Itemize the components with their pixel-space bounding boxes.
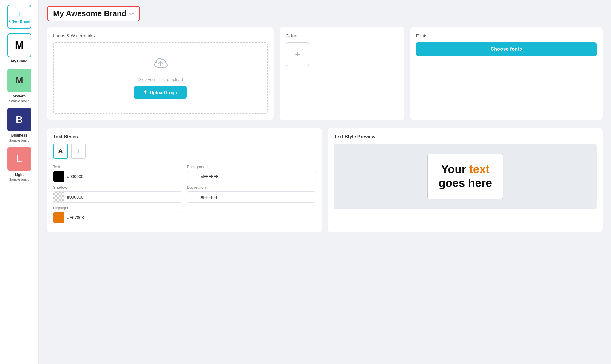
- text-color-label: Text: [53, 165, 182, 169]
- brand-sub-modern: Sample brand: [9, 99, 30, 103]
- shadow-color-input-row[interactable]: [53, 191, 182, 203]
- preview-text: Your text goes here: [439, 163, 492, 190]
- decoration-color-input-row[interactable]: [187, 191, 316, 203]
- highlight-color-input-row[interactable]: [53, 212, 182, 223]
- cloud-upload-icon: [153, 58, 168, 73]
- plus-icon: +: [17, 10, 21, 18]
- background-color-input-row[interactable]: [187, 171, 316, 182]
- background-color-input[interactable]: [198, 171, 316, 182]
- text-styles-panel: Text Styles A + Text: [47, 128, 322, 232]
- new-brand-label: + New Brand: [8, 19, 30, 24]
- brand-name-modern: Modern: [13, 94, 26, 99]
- new-brand-button[interactable]: + + New Brand: [7, 5, 31, 29]
- fonts-panel: Fonts Choose fonts: [410, 27, 603, 120]
- upload-btn-label: Upload Logo: [150, 90, 177, 95]
- decoration-color-input[interactable]: [198, 192, 316, 202]
- background-color-swatch: [187, 171, 198, 182]
- upload-icon: ⬆: [144, 90, 147, 95]
- brand-avatar-business: B: [7, 108, 31, 131]
- preview-section-title: Text Style Preview: [334, 134, 597, 140]
- preview-box: Your text goes here: [334, 144, 597, 209]
- edit-icon[interactable]: ✏: [129, 10, 134, 17]
- logos-panel-title: Logos & Watermarks: [53, 33, 268, 38]
- shadow-color-group: Shadow: [53, 185, 182, 203]
- add-text-style-icon: +: [77, 147, 81, 155]
- add-color-icon: +: [295, 49, 300, 59]
- logos-panel: Logos & Watermarks Drop your files to up…: [47, 27, 274, 120]
- background-color-label: Background: [187, 165, 316, 169]
- shadow-color-input[interactable]: [64, 192, 182, 202]
- highlight-color-group: Highlight: [53, 206, 182, 223]
- brand-avatar-modern: M: [7, 69, 31, 92]
- decoration-color-label: Decoration: [187, 185, 316, 190]
- text-style-preview-panel: Text Style Preview Your text goes here: [328, 128, 603, 232]
- text-style-icons-row: A +: [53, 144, 316, 159]
- shadow-color-label: Shadow: [53, 185, 182, 190]
- highlight-color-label: Highlight: [53, 206, 182, 210]
- colors-panel: Colors +: [280, 27, 404, 120]
- brand-name-light: Light: [15, 173, 24, 177]
- text-style-A-label: A: [58, 147, 63, 155]
- brand-avatar-light: L: [7, 147, 31, 171]
- preview-highlight: text: [469, 163, 490, 176]
- choose-fonts-button[interactable]: Choose fonts: [416, 42, 597, 56]
- add-text-style-button[interactable]: +: [71, 144, 86, 159]
- sidebar-item-light[interactable]: L Light Sample brand: [7, 147, 31, 182]
- decoration-color-swatch: [187, 192, 198, 202]
- decoration-color-group: Decoration: [187, 185, 316, 203]
- top-panels-row: Logos & Watermarks Drop your files to up…: [47, 27, 603, 120]
- brand-sub-light: Sample brand: [9, 178, 30, 181]
- background-color-group: Background: [187, 165, 316, 182]
- text-color-swatch: [53, 171, 64, 182]
- sidebar: + + New Brand M My Brand M Modern Sample…: [0, 0, 39, 364]
- drop-text: Drop your files to upload: [138, 77, 183, 82]
- preview-line2: goes here: [439, 177, 492, 189]
- brand-name-business: Business: [11, 133, 27, 138]
- brand-sub-business: Sample brand: [9, 139, 30, 142]
- add-color-button[interactable]: +: [286, 42, 309, 66]
- color-fields-row-3: Highlight: [53, 206, 316, 223]
- upload-logo-button[interactable]: ⬆ Upload Logo: [134, 86, 187, 99]
- brand-title-text: My Awesome Brand: [53, 9, 126, 18]
- brand-avatar-my-brand: M: [7, 33, 31, 57]
- color-fields-row-2: Shadow Decoration: [53, 185, 316, 203]
- text-color-input-row[interactable]: [53, 171, 182, 182]
- brand-title-row: My Awesome Brand ✏: [47, 6, 603, 21]
- text-style-A-button[interactable]: A: [53, 144, 68, 159]
- fonts-panel-title: Fonts: [416, 33, 597, 38]
- text-styles-section-title: Text Styles: [53, 134, 316, 140]
- preview-inner-box: Your text goes here: [427, 154, 504, 199]
- text-color-input[interactable]: [64, 171, 182, 182]
- sidebar-item-business[interactable]: B Business Sample brand: [7, 108, 31, 142]
- bottom-row: Text Styles A + Text: [47, 128, 603, 232]
- text-color-group: Text: [53, 165, 182, 182]
- main-content: My Awesome Brand ✏ Logos & Watermarks Dr…: [39, 0, 611, 364]
- colors-panel-title: Colors: [286, 33, 398, 38]
- sidebar-item-my-brand[interactable]: M My Brand: [7, 33, 31, 64]
- sidebar-item-modern[interactable]: M Modern Sample brand: [7, 69, 31, 103]
- drop-zone[interactable]: Drop your files to upload ⬆ Upload Logo: [53, 42, 268, 114]
- highlight-color-input[interactable]: [64, 212, 182, 223]
- preview-line1: Your: [441, 163, 469, 176]
- brand-title-box[interactable]: My Awesome Brand ✏: [47, 6, 140, 21]
- shadow-color-swatch: [53, 192, 64, 202]
- brand-name-my-brand: My Brand: [11, 59, 27, 64]
- highlight-color-swatch: [53, 212, 64, 223]
- color-fields-row-1: Text Background: [53, 165, 316, 182]
